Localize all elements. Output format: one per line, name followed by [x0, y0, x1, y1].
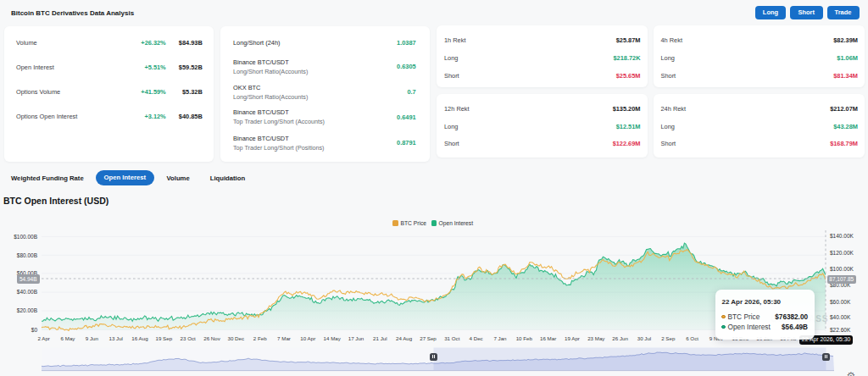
svg-text:$100.00K: $100.00K [830, 266, 854, 272]
svg-text:10 Feb: 10 Feb [516, 335, 533, 341]
svg-text:$80.00B: $80.00B [17, 252, 37, 258]
svg-text:27 Sep: 27 Sep [420, 335, 437, 341]
svg-text:$40.00K: $40.00K [830, 314, 851, 320]
svg-text:17 Jun: 17 Jun [348, 335, 364, 341]
svg-text:26 Nov: 26 Nov [203, 335, 221, 341]
svg-text:30 Dec: 30 Dec [227, 335, 244, 341]
svg-text:2 Feb: 2 Feb [253, 335, 267, 341]
svg-text:4 Dec: 4 Dec [470, 335, 483, 341]
svg-text:$0: $0 [31, 327, 38, 333]
svg-text:$100.00B: $100.00B [14, 234, 37, 240]
svg-text:$120.00K: $120.00K [830, 250, 854, 256]
svg-text:$22.60K: $22.60K [830, 327, 851, 333]
svg-text:6 May: 6 May [61, 335, 76, 341]
svg-text:$140.00K: $140.00K [830, 233, 854, 239]
svg-text:26 Jun: 26 Jun [612, 335, 628, 341]
svg-text:10 Apr: 10 Apr [300, 335, 315, 341]
svg-text:23 May: 23 May [587, 335, 605, 341]
svg-text:7 Jan: 7 Jan [493, 335, 507, 341]
svg-text:$40.00B: $40.00B [17, 289, 37, 295]
svg-text:31 Oct: 31 Oct [444, 335, 460, 341]
svg-text:7 Mar: 7 Mar [277, 335, 291, 341]
svg-text:30 Jul: 30 Jul [637, 335, 652, 341]
svg-text:13 Jul: 13 Jul [108, 335, 123, 341]
svg-text:21 Jul: 21 Jul [373, 335, 387, 341]
svg-text:19 Apr: 19 Apr [565, 335, 580, 341]
svg-text:2 Sep: 2 Sep [661, 335, 676, 341]
svg-text:6 Oct: 6 Oct [686, 335, 698, 341]
svg-text:24 Aug: 24 Aug [396, 335, 413, 341]
svg-text:19 Sep: 19 Sep [155, 335, 172, 341]
svg-text:16 Aug: 16 Aug [131, 335, 148, 341]
svg-text:23 Oct: 23 Oct [181, 335, 197, 341]
svg-text:9 Jun: 9 Jun [86, 335, 99, 341]
svg-text:2 Apr: 2 Apr [37, 335, 49, 341]
svg-text:14 May: 14 May [324, 335, 342, 341]
svg-text:$60.00K: $60.00K [830, 299, 851, 305]
svg-text:$20.00B: $20.00B [17, 307, 37, 313]
svg-text:16 Mar: 16 Mar [540, 335, 556, 341]
